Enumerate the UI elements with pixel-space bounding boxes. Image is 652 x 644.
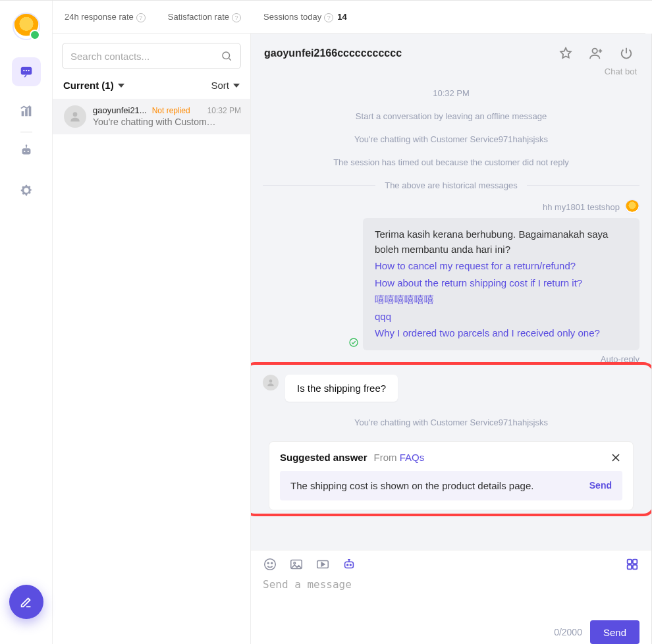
current-filter[interactable]: Current (1) — [63, 80, 124, 91]
help-icon[interactable]: ? — [136, 13, 146, 22]
nav-analytics[interactable] — [12, 97, 41, 126]
compose-icon — [19, 595, 34, 609]
svg-point-19 — [271, 562, 273, 564]
chat-icon — [19, 65, 34, 79]
help-icon[interactable]: ? — [232, 13, 241, 22]
chat-title: gaoyunfei2166ccccccccccc — [264, 47, 402, 59]
bot-button[interactable] — [342, 557, 356, 572]
favorite-button[interactable] — [554, 41, 578, 65]
svg-point-13 — [73, 112, 78, 117]
chat-timestamp: 10:32 PM — [263, 88, 639, 98]
nav-bot[interactable] — [12, 136, 41, 165]
svg-rect-29 — [633, 565, 637, 569]
stat-sessions: Sessions today — [263, 12, 321, 22]
side-rail — [0, 1, 53, 644]
chevron-down-icon — [118, 84, 124, 88]
chat-panel: gaoyunfei2166ccccccccccc Chat bot 10:32 … — [250, 34, 652, 644]
help-icon[interactable]: ? — [324, 13, 333, 22]
emoji-icon — [263, 557, 277, 572]
chevron-down-icon — [233, 84, 240, 88]
svg-point-25 — [350, 564, 351, 566]
nav-chat[interactable] — [12, 57, 41, 86]
system-msg: You're chatting with Customer Service971… — [263, 134, 639, 144]
chatbot-label: Chat bot — [251, 67, 651, 76]
svg-point-17 — [265, 559, 276, 570]
video-button[interactable] — [315, 557, 330, 572]
svg-rect-27 — [633, 560, 637, 564]
image-button[interactable] — [289, 557, 304, 572]
emoji-button[interactable] — [263, 557, 277, 572]
svg-point-1 — [23, 70, 24, 71]
suggested-send-button[interactable]: Send — [589, 480, 612, 491]
svg-rect-26 — [628, 560, 632, 564]
svg-rect-6 — [28, 107, 31, 117]
faq-link[interactable]: Why I ordered two parcels and I received… — [375, 326, 628, 341]
svg-point-15 — [350, 338, 358, 346]
apps-button[interactable] — [625, 557, 639, 572]
robot-icon — [19, 144, 34, 158]
video-icon — [315, 557, 330, 572]
user-plus-icon — [589, 46, 603, 61]
svg-point-9 — [27, 151, 28, 152]
analytics-icon — [19, 104, 34, 119]
send-button[interactable]: Send — [590, 620, 639, 644]
sender-name: hh my1801 testshop — [543, 202, 620, 212]
suggested-title: Suggested answer — [280, 452, 367, 463]
stat-satisfaction: Satisfaction rate — [168, 12, 229, 22]
faq-link[interactable]: How to cancel my request for a return/re… — [375, 259, 628, 274]
robot-icon — [342, 557, 356, 572]
history-separator: The above are historical messages — [385, 180, 518, 190]
svg-rect-28 — [628, 565, 632, 569]
avatar[interactable] — [13, 13, 40, 40]
conversation-list-panel: Current (1) Sort gaoyunfei21... Not repl… — [53, 34, 250, 644]
search-icon — [221, 50, 232, 62]
not-replied-tag: Not replied — [152, 106, 190, 115]
svg-rect-4 — [21, 111, 24, 116]
svg-point-12 — [223, 52, 230, 59]
search-contacts[interactable] — [62, 43, 241, 69]
customer-avatar — [263, 375, 279, 390]
faq-source-link[interactable]: FAQs — [400, 452, 425, 463]
sender-avatar — [625, 200, 639, 214]
suggested-answer-card: Suggested answer From FAQs The shipping … — [269, 442, 633, 510]
svg-point-21 — [294, 562, 296, 564]
power-icon — [619, 46, 634, 61]
faq-link[interactable]: qqq — [375, 309, 628, 325]
system-msg: The session has timed out because the cu… — [263, 157, 639, 167]
svg-point-11 — [25, 144, 27, 146]
faq-link[interactable]: 嘻嘻嘻嘻嘻嘻 — [375, 292, 628, 308]
conversation-item[interactable]: gaoyunfei21... Not replied 10:32 PM You'… — [53, 99, 250, 134]
faq-link[interactable]: How about the return shipping cost if I … — [375, 276, 628, 291]
svg-point-14 — [593, 49, 597, 53]
stat-response-rate: 24h response rate — [65, 12, 134, 22]
compose-fab[interactable] — [9, 585, 43, 619]
image-icon — [289, 557, 304, 572]
power-button[interactable] — [614, 41, 638, 65]
search-input[interactable] — [70, 51, 221, 62]
top-stats: 24h response rate? Satisfaction rate? Se… — [53, 1, 645, 34]
suggested-text: The shipping cost is shown on the produc… — [290, 480, 582, 491]
close-icon[interactable] — [609, 451, 622, 464]
delivered-icon — [348, 337, 359, 348]
system-msg: Start a conversation by leaving an offli… — [263, 111, 639, 121]
composer: 0/2000 Send — [251, 550, 651, 644]
contact-name: gaoyunfei21... — [93, 105, 147, 115]
nav-settings[interactable] — [12, 176, 41, 205]
svg-point-3 — [28, 70, 29, 71]
svg-point-18 — [267, 562, 269, 564]
customer-message: Is the shipping free? — [285, 375, 398, 402]
system-msg: You're chatting with Customer Service971… — [263, 417, 639, 427]
svg-point-8 — [24, 151, 25, 152]
assign-button[interactable] — [584, 41, 608, 65]
grid-icon — [625, 557, 639, 572]
sort-menu[interactable]: Sort — [211, 80, 240, 91]
char-counter: 0/2000 — [554, 627, 582, 637]
svg-point-2 — [25, 70, 26, 71]
svg-rect-23 — [345, 562, 354, 568]
gear-icon — [19, 183, 34, 198]
svg-point-24 — [347, 564, 348, 566]
conversation-preview: You're chatting with Custom… — [93, 117, 241, 127]
svg-rect-5 — [25, 109, 28, 116]
sessions-count: 14 — [337, 12, 346, 22]
message-input[interactable] — [263, 578, 639, 616]
